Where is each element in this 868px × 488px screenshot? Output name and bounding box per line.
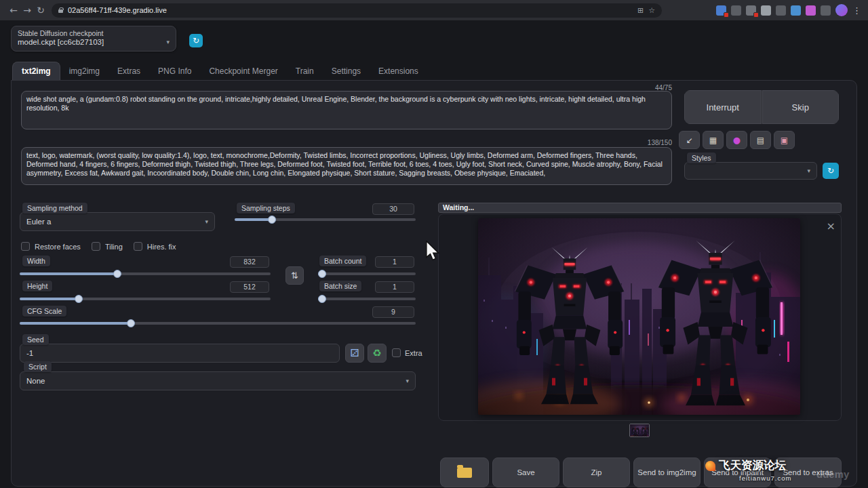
- style-palette-icon[interactable]: ●: [726, 131, 747, 149]
- interrupt-button[interactable]: Interrupt: [684, 90, 762, 124]
- refresh-styles-button[interactable]: ↻: [823, 163, 839, 179]
- profile-avatar[interactable]: [835, 4, 848, 16]
- batch-count-slider[interactable]: [318, 270, 416, 278]
- zip-button[interactable]: Zip: [563, 458, 630, 487]
- height-label: Height: [22, 281, 52, 291]
- restore-faces-checkbox[interactable]: [21, 242, 30, 251]
- extra-seed-checkbox[interactable]: [392, 348, 401, 357]
- skip-button[interactable]: Skip: [762, 90, 840, 124]
- checkpoint-selector[interactable]: Stable Diffusion checkpoint model.ckpt […: [11, 26, 176, 52]
- tiling-checkbox[interactable]: [92, 242, 100, 251]
- slider-thumb[interactable]: [127, 319, 135, 327]
- paste-params-icon[interactable]: ↙: [679, 131, 700, 149]
- robots-artwork: [478, 218, 800, 415]
- browser-menu-icon[interactable]: ⋮: [852, 5, 861, 16]
- browser-extensions-area: ⋮: [716, 4, 861, 16]
- extension-icon[interactable]: [791, 5, 801, 16]
- slider-thumb[interactable]: [318, 295, 326, 303]
- open-folder-button[interactable]: [440, 458, 489, 487]
- checkpoint-value: model.ckpt [cc6cb27103]: [18, 38, 104, 46]
- close-preview-icon[interactable]: ×: [827, 221, 835, 232]
- address-bar[interactable]: 02a56ff4-71ff-439e.gradio.live ⊞ ☆: [52, 3, 662, 18]
- main-tabs: txt2img img2img Extras PNG Info Checkpoi…: [12, 61, 427, 80]
- hires-fix-label: Hires. fix: [147, 243, 176, 251]
- extra-seed-label: Extra: [405, 349, 422, 357]
- script-label: Script: [24, 361, 52, 372]
- width-slider[interactable]: [20, 270, 271, 278]
- tab-extras[interactable]: Extras: [108, 62, 149, 80]
- tab-txt2img[interactable]: txt2img: [12, 62, 60, 80]
- random-seed-dice-icon[interactable]: ⚂: [345, 344, 364, 363]
- sampling-method-dropdown[interactable]: Euler a ▾: [20, 212, 215, 231]
- negative-prompt-input[interactable]: text, logo, watermark, (worst quality, l…: [21, 147, 672, 185]
- styles-dropdown[interactable]: ▾: [684, 162, 817, 180]
- tab-checkpoint-merger[interactable]: Checkpoint Merger: [200, 62, 286, 80]
- reload-icon[interactable]: ↻: [34, 0, 47, 20]
- extension-icon[interactable]: [761, 5, 771, 16]
- txt2img-panel: 44/75 wide shot angle, a (gundam:0.8) ro…: [11, 80, 857, 487]
- extension-icon[interactable]: [806, 5, 816, 16]
- prompt-tool-row: ↙ ▦ ● ▤ ▣: [679, 131, 795, 149]
- swap-dimensions-button[interactable]: ⇅: [285, 266, 304, 285]
- slider-fill: [20, 298, 79, 300]
- sd-webui-app: Stable Diffusion checkpoint model.ckpt […: [0, 20, 868, 488]
- width-label: Width: [22, 256, 50, 266]
- tab-img2img[interactable]: img2img: [60, 62, 108, 80]
- apply-style-icon[interactable]: ▤: [750, 131, 771, 149]
- gallery-thumbnail[interactable]: [629, 424, 650, 437]
- extension-icon[interactable]: [746, 5, 756, 16]
- output-gallery: ×: [438, 214, 842, 421]
- send-to-extras-button[interactable]: Send to extras: [774, 458, 842, 487]
- chevron-down-icon: ▾: [205, 218, 208, 225]
- install-app-icon[interactable]: ⊞: [637, 6, 644, 15]
- bookmark-star-icon[interactable]: ☆: [648, 6, 655, 15]
- batch-size-value[interactable]: 1: [375, 281, 414, 293]
- hires-fix-checkbox[interactable]: [134, 242, 142, 251]
- restore-faces-label: Restore faces: [35, 243, 81, 251]
- refresh-checkpoint-button[interactable]: ↻: [189, 34, 203, 47]
- cfg-scale-slider[interactable]: [20, 319, 416, 327]
- send-to-img2img-button[interactable]: Send to img2img: [633, 458, 701, 487]
- extra-networks-icon[interactable]: ▦: [703, 131, 724, 149]
- extension-icon[interactable]: [776, 5, 786, 16]
- forward-icon[interactable]: →: [20, 0, 34, 20]
- cfg-scale-value[interactable]: 9: [372, 306, 414, 318]
- slider-thumb[interactable]: [75, 295, 83, 303]
- batch-count-value[interactable]: 1: [375, 256, 414, 268]
- back-icon[interactable]: ←: [7, 0, 20, 20]
- seed-input[interactable]: [20, 344, 340, 363]
- negative-prompt-counter: 138/150: [21, 139, 672, 146]
- reuse-seed-icon[interactable]: ♻: [368, 344, 387, 363]
- sampling-steps-slider[interactable]: [235, 216, 416, 224]
- height-slider[interactable]: [20, 295, 271, 303]
- sampling-method-value: Euler a: [26, 218, 51, 226]
- slider-fill: [20, 272, 117, 275]
- tiling-label: Tiling: [105, 243, 123, 251]
- slider-thumb[interactable]: [318, 270, 326, 278]
- width-value[interactable]: 832: [230, 256, 269, 268]
- save-style-icon[interactable]: ▣: [774, 131, 795, 149]
- slider-thumb[interactable]: [113, 270, 121, 278]
- generated-image-preview[interactable]: [478, 218, 800, 415]
- tab-settings[interactable]: Settings: [323, 62, 370, 80]
- extension-icon[interactable]: [716, 5, 726, 16]
- tab-train[interactable]: Train: [287, 62, 323, 80]
- slider-thumb[interactable]: [268, 216, 276, 224]
- script-dropdown[interactable]: None ▾: [20, 371, 416, 390]
- toggles-row: Restore faces Tiling Hires. fix: [21, 242, 187, 251]
- extension-icon[interactable]: [731, 5, 741, 16]
- tab-extensions[interactable]: Extensions: [370, 62, 427, 80]
- batch-size-slider[interactable]: [318, 295, 416, 303]
- send-to-inpaint-button[interactable]: Send to inpaint: [704, 458, 771, 487]
- sampling-steps-label: Sampling steps: [237, 203, 295, 214]
- tab-png-info[interactable]: PNG Info: [149, 62, 200, 80]
- save-button[interactable]: Save: [492, 458, 559, 487]
- extension-badge: [753, 12, 759, 18]
- sampling-steps-value[interactable]: 30: [372, 203, 414, 215]
- batch-count-label: Batch count: [319, 256, 366, 266]
- height-value[interactable]: 512: [230, 281, 269, 293]
- extension-icon[interactable]: [821, 5, 831, 16]
- extension-badge: [724, 12, 729, 18]
- generation-controls: Interrupt Skip: [684, 90, 839, 124]
- prompt-input[interactable]: wide shot angle, a (gundam:0.8) robot st…: [21, 91, 672, 129]
